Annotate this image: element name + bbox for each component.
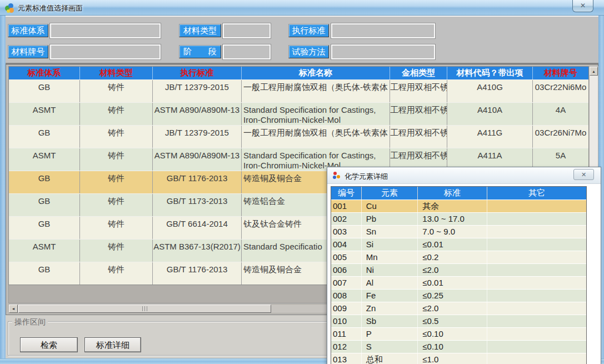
column-header[interactable]: 材料类型 <box>80 67 153 79</box>
column-header[interactable]: 标准名称 <box>242 67 390 79</box>
dialog-header-row: 编号元素标准其它 <box>331 187 586 200</box>
element-cell: ≤2.0 <box>418 264 487 276</box>
element-cell: 其余 <box>418 200 487 212</box>
element-cell: 010 <box>331 315 362 327</box>
element-cell: Al <box>362 277 418 289</box>
element-cell: Sb <box>362 315 418 327</box>
dialog-close-icon[interactable]: ✕ <box>573 169 594 180</box>
dialog-title: 化学元素详细 <box>345 172 388 182</box>
table-cell: ASMT <box>9 240 80 262</box>
element-cell: Cu <box>362 200 418 212</box>
table-cell: 工程用双相不锈钢 <box>390 103 447 125</box>
column-header[interactable]: 标准体系 <box>9 67 80 79</box>
element-row[interactable]: 005Mn≤0.2 <box>331 251 586 263</box>
dialog-column-header[interactable]: 元素 <box>362 187 418 200</box>
element-row[interactable]: 001Cu其余 <box>331 200 586 212</box>
element-cell <box>487 328 586 340</box>
element-cell: 008 <box>331 290 362 302</box>
chemical-detail-dialog: 化学元素详细 ✕ 编号元素标准其它001Cu其余002Pb13.0 ~ 17.0… <box>327 167 601 364</box>
table-cell: 铸件 <box>80 148 153 171</box>
element-cell: 009 <box>331 302 362 315</box>
table-cell: JB/T 12379-2015 <box>153 126 242 148</box>
exec-standard-field[interactable] <box>331 23 435 38</box>
table-cell: 铸件 <box>80 262 153 285</box>
table-cell: A410A <box>447 103 533 125</box>
material-grade-field[interactable] <box>50 44 161 59</box>
element-cell: ≤0.01 <box>418 238 487 251</box>
material-type-field[interactable] <box>223 23 271 38</box>
element-row[interactable]: 010Sb≤0.5 <box>331 315 586 327</box>
element-cell: Zn <box>362 302 418 315</box>
table-cell: GB <box>9 126 80 148</box>
column-header[interactable]: 金相类型 <box>390 67 447 79</box>
element-cell <box>487 315 586 327</box>
standard-detail-button[interactable]: 标准详细 <box>84 337 141 352</box>
label-test-method: 试验方法 <box>288 45 329 58</box>
element-cell: 013 <box>331 353 362 364</box>
filter-panel: 标准体系 材料类型 执行标准 材料牌号 阶 段 试验方法 <box>6 16 598 64</box>
element-cell: ≤1.0 <box>418 353 487 364</box>
dialog-column-header[interactable]: 编号 <box>331 187 362 200</box>
element-row[interactable]: 002Pb13.0 ~ 17.0 <box>331 212 586 225</box>
table-cell: 03Cr22Ni6Mo <box>533 80 588 102</box>
element-cell: 001 <box>331 200 362 212</box>
column-header[interactable]: 材料牌号 <box>533 67 588 79</box>
element-cell: ≤2.0 <box>418 302 487 315</box>
close-icon[interactable]: ✕ <box>572 0 593 12</box>
element-row[interactable]: 006Ni≤2.0 <box>331 263 586 276</box>
element-row[interactable]: 008Fe≤0.25 <box>331 289 586 302</box>
element-row[interactable]: 003Sn7.0 ~ 9.0 <box>331 225 586 238</box>
scroll-left-icon[interactable]: ◄ <box>9 305 18 313</box>
element-cell: 012 <box>331 341 362 353</box>
scrollbar-thumb[interactable] <box>18 305 271 313</box>
dialog-column-header[interactable]: 标准 <box>418 187 487 200</box>
table-cell: ASTM A890/A890M-13 <box>153 103 242 125</box>
element-cell: 011 <box>331 328 362 340</box>
table-cell: 铸件 <box>80 103 153 125</box>
table-cell: 4A <box>533 103 588 125</box>
test-method-field[interactable] <box>331 44 435 59</box>
element-cell: 7.0 ~ 9.0 <box>418 226 487 238</box>
element-row[interactable]: 009Zn≤2.0 <box>331 302 586 315</box>
table-cell: 铸件 <box>80 80 153 102</box>
column-header[interactable]: 材料代码？带出项 <box>447 67 533 79</box>
table-cell: Standard Specification for Castings, Iro… <box>242 103 390 125</box>
dialog-column-header[interactable]: 其它 <box>487 187 586 200</box>
element-row[interactable]: 013总和≤1.0 <box>331 353 586 364</box>
element-cell <box>487 251 586 263</box>
standard-system-field[interactable] <box>50 23 161 38</box>
element-row[interactable]: 004Si≤0.01 <box>331 238 586 251</box>
table-cell: JB/T 12379-2015 <box>153 80 242 102</box>
action-group-label: 操作区间 <box>12 317 48 327</box>
table-cell: GB/T 1176-2013 <box>153 262 242 285</box>
element-row[interactable]: 007Al≤0.01 <box>331 276 586 289</box>
column-header[interactable]: 执行标准 <box>153 67 242 79</box>
label-material-type: 材料类型 <box>179 24 221 37</box>
element-cell: ≤0.25 <box>418 290 487 302</box>
table-cell: GB/T 1173-2013 <box>153 194 242 216</box>
element-cell <box>487 353 586 364</box>
table-header-row: 标准体系材料类型执行标准标准名称金相类型材料代码？带出项材料牌号 <box>9 67 588 79</box>
table-row[interactable]: GB铸件JB/T 12379-2015一般工程用耐腐蚀双相（奥氏体-铁素体工程用… <box>9 80 588 102</box>
table-row[interactable]: ASMT铸件ASTM A890/A890M-13Standard Specifi… <box>9 103 588 125</box>
element-cell: Fe <box>362 290 418 302</box>
window-border-left <box>0 16 6 364</box>
table-cell: GB <box>9 217 80 239</box>
element-row[interactable]: 012S≤0.10 <box>331 340 586 353</box>
table-cell: ASTM B367-13(R2017) <box>153 240 242 262</box>
element-cell: 004 <box>331 238 362 251</box>
table-cell: ASMT <box>9 148 80 171</box>
table-cell: GB <box>9 194 80 216</box>
phase-field[interactable] <box>223 44 271 59</box>
scroll-up-icon[interactable]: ▲ <box>590 67 598 76</box>
search-button[interactable]: 检索 <box>20 337 78 352</box>
table-cell: A410G <box>447 80 533 102</box>
title-bar: 元素标准值选择画面 ✕ <box>0 0 604 16</box>
table-cell: GB/T 6614-2014 <box>153 217 242 239</box>
table-row[interactable]: GB铸件JB/T 12379-2015一般工程用耐腐蚀双相（奥氏体-铁素体工程用… <box>9 126 588 148</box>
element-cell <box>487 264 586 276</box>
element-row[interactable]: 011P≤0.10 <box>331 327 586 340</box>
element-cell: 007 <box>331 277 362 289</box>
app-icon <box>5 3 14 13</box>
thumb-grip-icon <box>142 306 148 311</box>
